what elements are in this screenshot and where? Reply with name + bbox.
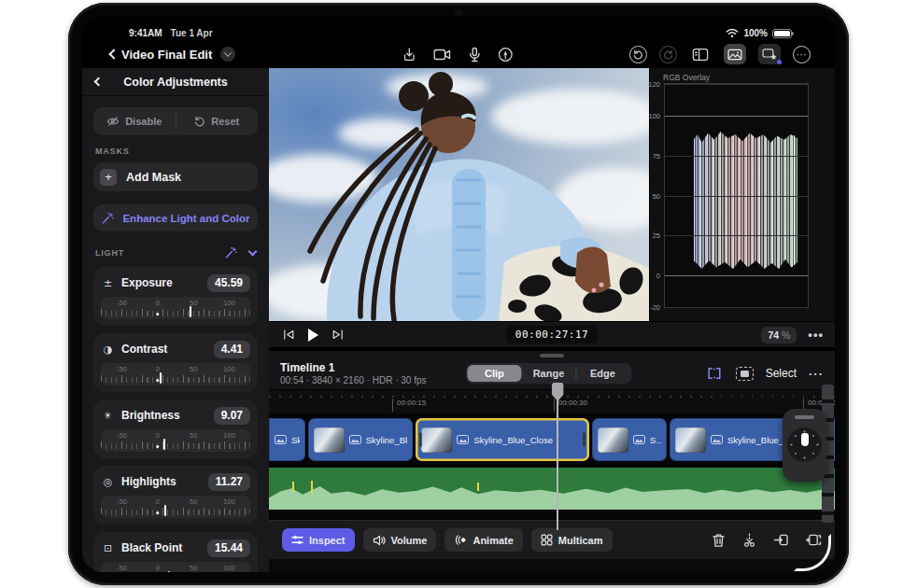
auto-enhance-icon[interactable] (224, 246, 238, 259)
viewer-more-icon[interactable]: ••• (808, 328, 824, 342)
slider-icon: ◑ (101, 343, 115, 356)
animate-button[interactable]: Animate (444, 528, 522, 552)
slider-value[interactable]: 11.27 (208, 473, 250, 491)
color-adjustments-panel: Color Adjustments Disable (82, 68, 269, 572)
timeline-panel: Timeline 1 00:54 · 3840 × 2160 · HDR · 3… (269, 347, 835, 572)
jog-dial[interactable] (787, 427, 822, 462)
collapse-chevron-icon[interactable] (248, 247, 258, 257)
slider-cursor[interactable] (190, 306, 191, 317)
snapping-icon[interactable] (705, 366, 724, 381)
timeline-toolbar: Inspect Volume Animate (269, 520, 835, 559)
status-date: Tue 1 Apr (171, 28, 213, 38)
timecode-display[interactable]: 00:00:27:17 (506, 326, 598, 343)
trash-icon[interactable] (712, 533, 726, 548)
reset-button[interactable]: Reset (176, 116, 259, 127)
clip-media-icon (633, 435, 645, 444)
more-icon[interactable]: ⋯ (793, 46, 811, 63)
chevron-down-icon (224, 49, 232, 56)
skip-back-icon[interactable] (282, 329, 295, 341)
jog-drag-handle[interactable] (795, 415, 814, 419)
adjustments-icon[interactable] (689, 44, 712, 64)
split-clip-icon[interactable] (741, 533, 757, 548)
skip-forward-icon[interactable] (332, 329, 345, 341)
scope-gridline: 25 (665, 235, 808, 236)
undo-icon[interactable] (629, 46, 647, 63)
clip-thumbnail (598, 427, 628, 453)
jog-wheel-panel[interactable] (783, 409, 826, 482)
play-button[interactable] (308, 329, 318, 342)
timeline-clip[interactable]: Sk… (269, 418, 305, 461)
slider-cursor[interactable] (168, 571, 170, 572)
audio-track[interactable] (269, 468, 835, 510)
disable-button[interactable]: Disable (93, 116, 176, 127)
slider-ruler[interactable]: -50 0 50 100 (101, 363, 250, 385)
back-icon[interactable] (108, 49, 119, 59)
slider-default-dot (156, 445, 160, 449)
playhead[interactable] (557, 383, 558, 530)
inspect-icon (291, 535, 303, 545)
draw-icon[interactable] (498, 47, 514, 63)
scope-gridline: 50 (665, 196, 808, 197)
effects-icon[interactable] (758, 44, 781, 64)
multicam-icon (541, 534, 553, 546)
status-time: 9:41AM (129, 28, 162, 38)
clip-thumbnail (314, 427, 345, 453)
select-button[interactable]: Select (766, 367, 797, 380)
slider-value[interactable]: 45.59 (207, 274, 250, 292)
multicam-button[interactable]: Multicam (531, 528, 613, 552)
reset-icon (194, 116, 205, 127)
volume-button[interactable]: Volume (363, 528, 437, 552)
edit-mode-option[interactable]: Edge (575, 365, 629, 382)
timeline-clip[interactable]: Skyline_Blue_Wide (308, 418, 414, 461)
slider-name: Black Point (121, 541, 182, 554)
slider-icon: ◎ (101, 476, 115, 488)
magic-wand-icon (101, 212, 115, 225)
battery-icon (772, 29, 792, 38)
slider-ruler[interactable]: -50 0 50 100 (101, 562, 250, 572)
video-track: Sk… Skyline_Blue_Wide Skyline_Blue_Close (269, 415, 835, 464)
viewer-video[interactable] (269, 68, 649, 321)
import-icon[interactable] (402, 47, 417, 63)
ipad-device: 9:41AM Tue 1 Apr 100% Video Final Edit (68, 3, 849, 585)
scope-panel: RGB Overlay 120 100 75 (649, 68, 835, 321)
timeline-more-icon[interactable]: ··· (809, 367, 824, 381)
slider-cursor[interactable] (160, 372, 162, 384)
redo-icon (659, 46, 677, 63)
timeline-name: Timeline 1 (280, 361, 426, 375)
record-video-icon[interactable] (433, 48, 452, 62)
add-mask-button[interactable]: + Add Mask (93, 162, 258, 191)
slider-ruler[interactable]: -50 0 50 100 (101, 496, 250, 518)
title-dropdown[interactable] (220, 47, 235, 62)
slider-name: Contrast (121, 343, 167, 356)
replace-icon[interactable] (805, 533, 822, 547)
edit-mode-option[interactable]: Clip (467, 365, 521, 382)
slider-cursor[interactable] (164, 505, 166, 516)
slider-cursor[interactable] (163, 439, 165, 450)
slider-name: Brightness (121, 409, 180, 422)
insert-icon[interactable] (773, 533, 789, 547)
overlay-view-icon[interactable] (736, 367, 754, 381)
slider-default-dot (156, 313, 160, 316)
enhance-button[interactable]: Enhance Light and Color (93, 204, 258, 231)
slider-value[interactable]: 4.41 (214, 341, 250, 358)
ruler-timestamp: 00:00:15 (392, 399, 426, 412)
slider-ruler[interactable]: -50 0 50 100 (101, 429, 250, 452)
jog-pointer (801, 433, 809, 446)
adjustment-slider: ⊡ Black Point 15.44 -50 0 50 100 (93, 532, 258, 572)
slider-value[interactable]: 9.07 (214, 407, 250, 425)
scope-gridline: 75 (665, 156, 808, 157)
battery-percent: 100% (743, 28, 768, 38)
edit-mode-option[interactable]: Range (521, 365, 575, 382)
inspect-button[interactable]: Inspect (282, 528, 355, 552)
wifi-icon (726, 28, 739, 38)
photos-icon[interactable] (724, 44, 746, 64)
slider-value[interactable]: 15.44 (207, 539, 250, 557)
slider-ruler[interactable]: -50 0 50 100 (101, 297, 250, 319)
adjustment-slider: ◑ Contrast 4.41 -50 0 50 100 (93, 333, 258, 392)
timeline-clip[interactable]: Skyline_Blue_Close (416, 418, 588, 461)
clip-thumbnail (675, 427, 706, 453)
viewer-zoom-control[interactable]: 74 % (761, 327, 797, 343)
timeline-clip[interactable]: S… (592, 418, 667, 461)
microphone-icon[interactable] (468, 47, 482, 63)
project-title: Video Final Edit (121, 48, 212, 62)
